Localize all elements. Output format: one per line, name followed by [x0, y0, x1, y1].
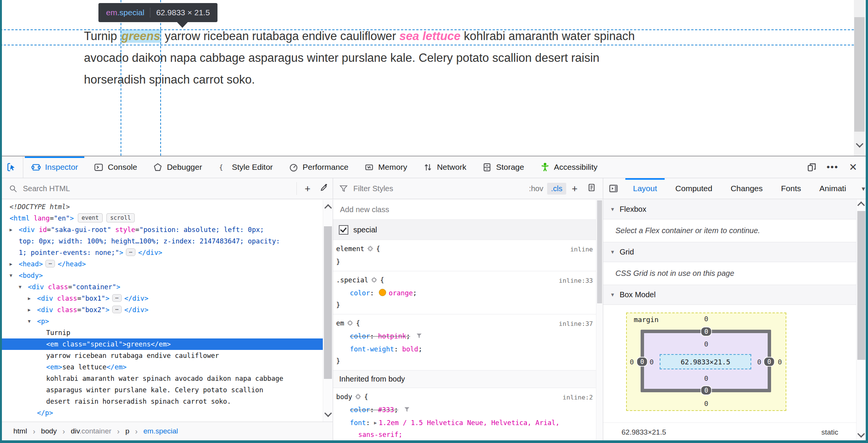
rule-selector[interactable]: em	[336, 319, 344, 327]
border-top-value[interactable]: 0	[701, 327, 711, 336]
tree-row[interactable]: kohlrabi amaranth water spinach avocado …	[2, 373, 333, 407]
sidebar-tab-computed[interactable]: Computed	[666, 178, 721, 199]
css-declaration[interactable]: font-weight: bold;	[336, 343, 599, 355]
css-declaration[interactable]: color: #333;	[336, 404, 599, 417]
rule-source-link[interactable]: inline:37	[559, 318, 593, 330]
margin-left-value[interactable]: 0	[630, 358, 634, 366]
twisty-open-icon[interactable]: ▼	[10, 270, 19, 281]
tab-performance[interactable]: Performance	[281, 156, 356, 178]
rule-source-link[interactable]: inline:33	[559, 275, 593, 287]
tree-row[interactable]: ▼<p>	[2, 316, 333, 327]
margin-bottom-value[interactable]: 0	[704, 400, 709, 408]
devtools-splitter[interactable]	[0, 156, 868, 156]
twisty-closed-icon[interactable]: ▶	[28, 293, 37, 304]
tab-console[interactable]: Console	[86, 156, 145, 178]
layout-section-header-flexbox[interactable]: ▼Flexbox	[603, 200, 866, 219]
tree-row[interactable]: ▶<div class="box2">⋯</div>	[2, 304, 333, 316]
padding-bottom-value[interactable]: 0	[704, 374, 709, 382]
sidebar-tab-animati[interactable]: Animati	[810, 178, 855, 199]
scroll-up-icon[interactable]	[323, 203, 333, 214]
rule-selector[interactable]: element	[336, 245, 364, 253]
rule-source-link[interactable]: inline:2	[563, 391, 593, 403]
expand-inline-button[interactable]: ⋯	[126, 248, 135, 256]
rules-scrollbar-thumb[interactable]	[597, 200, 602, 303]
breadcrumb-item-body[interactable]: body	[41, 427, 57, 435]
sidebar-tab-fonts[interactable]: Fonts	[772, 178, 810, 199]
twisty-open-icon[interactable]: ▼	[28, 316, 37, 327]
toggle-classes-button[interactable]: .cls	[547, 183, 566, 195]
meatball-menu-icon[interactable]: •••	[824, 159, 841, 175]
css-declaration[interactable]: color: hotpink;	[336, 330, 599, 343]
twisty-closed-icon[interactable]: ▶	[10, 224, 19, 235]
tree-row[interactable]: yarrow ricebean rutabaga endive cauliflo…	[2, 350, 333, 361]
tree-row[interactable]: <html lang="en">eventscroll	[2, 213, 333, 224]
tree-row[interactable]: </p>	[2, 407, 333, 419]
tab-accessibility[interactable]: Accessibility	[532, 156, 606, 178]
rule-selector[interactable]: .special	[336, 276, 368, 284]
margin-top-value[interactable]: 0	[704, 315, 709, 323]
badge-scroll[interactable]: scroll	[106, 213, 135, 222]
close-devtools-icon[interactable]: ✕	[844, 159, 862, 175]
box-model-content-box[interactable]: 62.9833×21.5	[660, 354, 751, 369]
padding-top-value[interactable]: 0	[704, 340, 709, 348]
margin-right-value[interactable]: 0	[778, 358, 782, 366]
scroll-down-icon[interactable]	[857, 431, 866, 438]
expand-inline-button[interactable]: ⋯	[45, 260, 55, 267]
expand-inline-button[interactable]: ⋯	[112, 294, 122, 302]
tree-row[interactable]: <!DOCTYPE html>	[2, 201, 333, 213]
add-node-button[interactable]: +	[299, 183, 316, 195]
toggle-pseudo-classes-button[interactable]: :hov	[525, 183, 547, 195]
breadcrumb-item-p[interactable]: p	[125, 427, 129, 435]
layout-scrollbar-thumb[interactable]	[857, 211, 865, 360]
markup-scrollbar[interactable]	[323, 200, 333, 422]
tab-style-editor[interactable]: { }Style Editor	[210, 156, 281, 178]
twisty-closed-icon[interactable]: ▶	[10, 258, 19, 270]
node-picker-button[interactable]	[0, 156, 23, 178]
tab-storage[interactable]: Storage	[474, 156, 532, 178]
overridden-filter-icon[interactable]	[403, 405, 411, 417]
tab-network[interactable]: Network	[415, 156, 474, 178]
class-checkbox[interactable]	[339, 225, 348, 235]
highlight-selector-icon[interactable]	[354, 392, 362, 404]
tab-inspector[interactable]: Inspector	[23, 156, 86, 178]
breadcrumb-item-html[interactable]: html	[13, 427, 27, 435]
page-scrollbar[interactable]	[854, 0, 865, 156]
rules-scrollbar[interactable]	[596, 200, 603, 440]
padding-right-value[interactable]: 0	[757, 358, 762, 366]
search-html-input[interactable]	[22, 184, 294, 193]
page-scrollbar-thumb[interactable]	[854, 17, 865, 132]
expand-inline-button[interactable]: ⋯	[112, 306, 122, 313]
overridden-filter-icon[interactable]	[415, 332, 423, 343]
twisty-open-icon[interactable]: ▼	[19, 281, 28, 293]
css-declaration[interactable]: font: ▶1.2em / 1.5 Helvetica Neue, Helve…	[336, 417, 599, 429]
tree-row[interactable]: <em class="special">greens</em>	[2, 338, 333, 350]
rule-selector[interactable]: body	[336, 393, 352, 401]
breadcrumb-item-em-special[interactable]: em.special	[143, 427, 178, 435]
breadcrumb-item-div[interactable]: div.container	[71, 427, 111, 435]
layout-scrollbar[interactable]	[856, 200, 866, 440]
css-declaration[interactable]: color: orange;	[336, 287, 599, 299]
expand-sidebar-icon[interactable]	[603, 184, 624, 193]
add-rule-button[interactable]: +	[566, 183, 583, 195]
tree-row[interactable]: ▶<div class="box1">⋯</div>	[2, 293, 333, 304]
layout-section-header-box-model[interactable]: ▼Box Model	[603, 285, 866, 305]
responsive-design-mode-icon[interactable]	[803, 159, 821, 175]
tab-memory[interactable]: Memory	[356, 156, 415, 178]
tree-row[interactable]: ▶<div id="saka-gui-root" style="position…	[2, 224, 333, 258]
twisty-closed-icon[interactable]: ▶	[28, 304, 37, 316]
filter-styles-input[interactable]	[353, 184, 525, 193]
eyedropper-icon[interactable]	[316, 183, 333, 195]
sidebar-tab-layout[interactable]: Layout	[624, 178, 666, 199]
highlight-selector-icon[interactable]	[367, 244, 374, 256]
rule-source-link[interactable]: inline	[570, 243, 593, 255]
scroll-down-icon[interactable]	[854, 141, 865, 148]
add-new-class-input[interactable]	[339, 205, 597, 214]
tree-row[interactable]: ▼<div class="container">	[2, 281, 333, 293]
tree-row[interactable]: Turnip	[2, 327, 333, 338]
color-swatch[interactable]	[379, 289, 386, 296]
border-right-value[interactable]: 0	[764, 358, 774, 366]
sidebar-tab-changes[interactable]: Changes	[721, 178, 772, 199]
scroll-up-icon[interactable]	[857, 203, 866, 209]
layout-section-header-grid[interactable]: ▼Grid	[603, 242, 866, 262]
highlight-selector-icon[interactable]	[370, 275, 378, 287]
